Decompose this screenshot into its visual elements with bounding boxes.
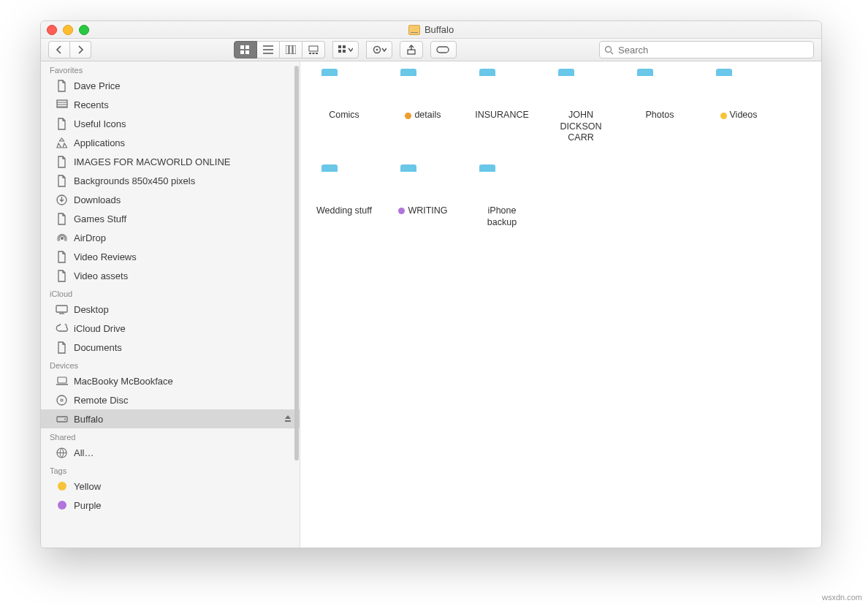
svg-rect-14 [343,50,346,53]
sidebar-item-applications[interactable]: Applications [41,133,300,152]
folder-icon [319,164,370,201]
sidebar-item-macbooky[interactable]: MacBooky McBookface [41,371,300,390]
close-button[interactable] [47,25,57,35]
scrollbar[interactable] [294,66,299,461]
folder-label: details [405,110,441,121]
downloads-icon [56,194,68,206]
tag-dot-icon [720,113,727,119]
folder-john-dickson-carr[interactable]: JOHN DICKSON CARR [552,69,610,144]
sidebar-tag-purple[interactable]: Purple [41,496,300,515]
view-list-button[interactable] [257,41,280,58]
eject-icon[interactable] [283,414,292,425]
sidebar-item-documents[interactable]: Documents [41,338,300,357]
folder-photos[interactable]: Photos [631,69,689,144]
svg-rect-11 [338,45,341,48]
forward-button[interactable] [70,41,91,58]
doc-icon [56,156,68,168]
sidebar-item-desktop[interactable]: Desktop [41,300,300,319]
folder-icon [319,69,370,105]
tag-dot-icon [398,208,405,214]
search-input[interactable] [617,44,809,56]
arrange-group [332,41,359,58]
sidebar-item-dave-price[interactable]: Dave Price [41,76,300,95]
folder-icon [476,164,528,201]
drive-icon [56,413,68,425]
search-icon [604,45,614,55]
sidebar-section-header: Shared [41,428,300,443]
folder-label: JOHN DICKSON CARR [552,110,610,144]
doc-icon [56,213,68,225]
titlebar: Buffalo [41,21,821,39]
sidebar-item-icloud-drive[interactable]: iCloud Drive [41,319,300,338]
desktop-icon [56,303,68,316]
sidebar-item-label: AirDrop [74,232,292,243]
sidebar-item-airdrop[interactable]: AirDrop [41,228,300,247]
action-button[interactable] [366,41,392,58]
share-button[interactable] [400,41,423,58]
svg-rect-0 [240,45,244,49]
folder-insurance[interactable]: INSURANCE [473,69,531,144]
folder-videos[interactable]: Videos [709,69,768,144]
window-title: Buffalo [41,24,821,35]
svg-rect-6 [293,45,296,54]
svg-point-25 [57,395,66,405]
minimize-button[interactable] [63,25,73,35]
view-icon-button[interactable] [234,41,257,58]
window-title-text: Buffalo [425,24,454,35]
sidebar-item-label: MacBooky McBookface [74,376,292,387]
sidebar-item-video-reviews[interactable]: Video Reviews [41,247,300,266]
watermark: wsxdn.com [822,593,862,602]
svg-rect-23 [56,306,67,312]
sidebar-item-video-assets[interactable]: Video assets [41,266,300,285]
zoom-button[interactable] [79,25,89,35]
svg-rect-1 [245,45,249,49]
doc-icon [56,118,68,130]
folder-writing[interactable]: WRITING [394,164,452,228]
sidebar-item-buffalo[interactable]: Buffalo [41,409,300,428]
folder-comics[interactable]: Comics [315,69,373,144]
search-field[interactable] [599,41,814,58]
svg-point-22 [61,237,64,240]
folder-icon [555,69,606,105]
sidebar-item-label: Buffalo [74,414,278,425]
sidebar-item-label: Dave Price [74,80,292,91]
sidebar-item-label: Recents [74,99,292,110]
sidebar-item-remote-disc[interactable]: Remote Disc [41,390,300,409]
network-icon [56,447,68,459]
tags-button[interactable] [430,41,457,58]
sidebar-item-label: Games Stuff [74,213,292,224]
back-button[interactable] [48,41,70,58]
sidebar-item-label: Desktop [74,304,292,315]
folder-wedding-stuff[interactable]: Wedding stuff [315,164,373,228]
sidebar-item-backgrounds[interactable]: Backgrounds 850x450 pixels [41,171,300,190]
folder-label: Wedding stuff [316,205,372,217]
doc-icon [56,80,68,92]
sidebar-item-label: Useful Icons [74,118,292,129]
tag-icon [56,480,68,493]
sidebar-item-label: All… [74,447,292,458]
sidebar-item-label: Documents [74,342,292,353]
sidebar-item-useful-icons[interactable]: Useful Icons [41,114,300,133]
view-column-button[interactable] [280,41,302,58]
sidebar-item-label: Video Reviews [74,251,292,262]
svg-rect-4 [286,45,289,54]
view-gallery-button[interactable] [302,41,325,58]
sidebar-item-games-stuff[interactable]: Games Stuff [41,209,300,228]
sidebar-item-label: iCloud Drive [74,323,292,334]
sidebar-item-label: Backgrounds 850x450 pixels [74,175,292,186]
folder-details[interactable]: details [394,69,452,144]
sidebar-item-images-macworld[interactable]: IMAGES FOR MACWORLD ONLINE [41,152,300,171]
sidebar-item-recents[interactable]: Recents [41,95,300,114]
content-area: ComicsdetailsINSURANCEJOHN DICKSON CARRP… [300,61,821,548]
svg-point-26 [61,399,63,401]
arrange-button[interactable] [332,41,359,58]
sidebar-item-label: Purple [74,500,292,511]
sidebar-item-all-shared[interactable]: All… [41,443,300,462]
sidebar-section-header: Devices [41,357,300,371]
recents-icon [56,99,68,111]
sidebar-tag-yellow[interactable]: Yellow [41,477,300,496]
sidebar-section-header: Favorites [41,61,300,76]
svg-point-19 [606,46,612,52]
folder-iphone-backup[interactable]: iPhone backup [473,164,531,228]
sidebar-item-downloads[interactable]: Downloads [41,190,300,209]
